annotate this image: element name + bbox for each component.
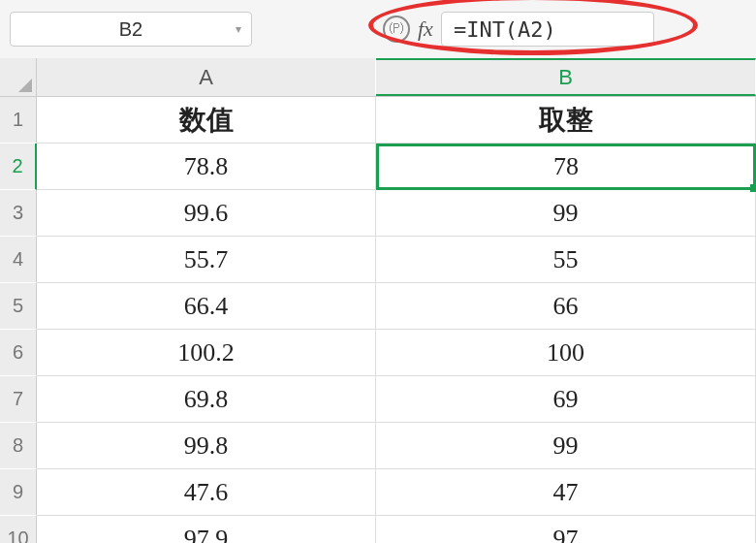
row-header-10[interactable]: 10 <box>0 516 37 543</box>
table-row: 399.699 <box>0 190 756 237</box>
table-row: 455.755 <box>0 237 756 283</box>
cell-B6[interactable]: 100 <box>376 330 756 376</box>
cell-A8[interactable]: 99.8 <box>37 423 376 469</box>
column-header-B[interactable]: B <box>376 58 756 96</box>
column-header-A[interactable]: A <box>37 58 376 96</box>
cell-B8[interactable]: 99 <box>376 423 756 469</box>
name-box-value: B2 <box>22 18 239 41</box>
fill-handle[interactable] <box>750 184 756 192</box>
select-all-corner[interactable] <box>0 58 37 96</box>
cell-B10[interactable]: 97 <box>376 516 756 543</box>
row-header-5[interactable]: 5 <box>0 283 37 330</box>
row-header-3[interactable]: 3 <box>0 190 37 237</box>
row-header-9[interactable]: 9 <box>0 469 37 516</box>
row-header-2[interactable]: 2 <box>0 144 37 190</box>
row-header-4[interactable]: 4 <box>0 237 37 283</box>
insert-function-icon[interactable]: 🄟 <box>383 16 410 43</box>
cell-A6[interactable]: 100.2 <box>37 330 376 376</box>
table-row: 278.878 <box>0 144 756 190</box>
formula-area: 🄟 fx =INT(A2) <box>383 12 654 47</box>
fx-label-icon[interactable]: fx <box>418 16 433 42</box>
cell-A9[interactable]: 47.6 <box>37 469 376 516</box>
name-box[interactable]: B2 ▾ <box>10 12 252 47</box>
select-all-triangle-icon <box>18 79 32 92</box>
cell-A7[interactable]: 69.8 <box>37 376 376 423</box>
cell-B2[interactable]: 78 <box>376 144 756 190</box>
row-header-7[interactable]: 7 <box>0 376 37 423</box>
cell-A10[interactable]: 97.9 <box>37 516 376 543</box>
table-row: 899.899 <box>0 423 756 469</box>
column-header-row: A B <box>0 58 756 97</box>
row-header-8[interactable]: 8 <box>0 423 37 469</box>
row-header-6[interactable]: 6 <box>0 330 37 376</box>
table-row: 1097.997 <box>0 516 756 543</box>
table-row: 1数值取整 <box>0 97 756 144</box>
cell-B3[interactable]: 99 <box>376 190 756 237</box>
cell-A5[interactable]: 66.4 <box>37 283 376 330</box>
cell-A2[interactable]: 78.8 <box>37 144 376 190</box>
cell-A3[interactable]: 99.6 <box>37 190 376 237</box>
cell-A4[interactable]: 55.7 <box>37 237 376 283</box>
table-row: 6100.2100 <box>0 330 756 376</box>
formula-input[interactable]: =INT(A2) <box>441 12 654 47</box>
table-row: 566.466 <box>0 283 756 330</box>
cell-A1[interactable]: 数值 <box>37 97 376 144</box>
table-row: 947.647 <box>0 469 756 516</box>
cell-B1[interactable]: 取整 <box>376 97 756 144</box>
cell-B9[interactable]: 47 <box>376 469 756 516</box>
table-row: 769.869 <box>0 376 756 423</box>
name-box-dropdown-icon[interactable]: ▾ <box>236 22 241 36</box>
row-header-1[interactable]: 1 <box>0 97 37 144</box>
cell-B7[interactable]: 69 <box>376 376 756 423</box>
spreadsheet-grid: A B 1数值取整278.878399.699455.755566.466610… <box>0 58 756 543</box>
cell-B5[interactable]: 66 <box>376 283 756 330</box>
formula-bar-area: B2 ▾ 🄟 fx =INT(A2) <box>0 0 756 58</box>
formula-text: =INT(A2) <box>454 17 556 42</box>
cell-B4[interactable]: 55 <box>376 237 756 283</box>
